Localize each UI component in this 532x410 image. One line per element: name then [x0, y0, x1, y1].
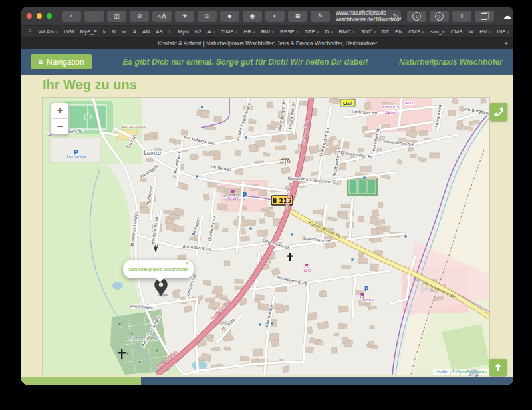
font-size-button[interactable]: AA — [152, 11, 172, 22]
site-header: ≡ Navigation Es gibt Dich nur einmal. So… — [21, 49, 513, 75]
bookmark-item[interactable]: AS — [156, 29, 163, 35]
sidebar-icon: ◫ — [114, 11, 120, 22]
address-bar[interactable]: www.naturheilpraxis-wischhoefer.de/18kon… — [336, 10, 401, 22]
sidebar-button[interactable]: ◫ — [107, 11, 126, 22]
font-small-icon: A — [158, 11, 161, 22]
bus-stop-marker — [291, 233, 293, 235]
download-icon: ↓ — [412, 12, 421, 21]
info-extension-button[interactable]: ⊙ — [198, 11, 217, 22]
footer-blue-segment — [141, 377, 513, 385]
zoom-out-button[interactable]: − — [51, 119, 68, 134]
blocker-icon: ⊘ — [137, 11, 142, 22]
cloud-button[interactable]: ☁ — [497, 11, 513, 22]
scroll-to-top-button[interactable] — [489, 359, 507, 376]
minimize-window-button[interactable] — [37, 13, 42, 19]
content-blocker-button[interactable]: ⊘ — [130, 11, 149, 22]
expand-button[interactable]: ⊞ — [288, 11, 307, 22]
bookmark-item[interactable]: A∨ — [207, 29, 215, 35]
bookmark-item[interactable]: CMS — [451, 29, 463, 35]
info-icon: ⊙ — [205, 11, 210, 22]
tabs-icon — [481, 13, 487, 20]
bookmark-item[interactable]: MyF_E — [80, 29, 97, 35]
dark-mode-button[interactable]: ◐ — [265, 11, 285, 22]
bookmark-item[interactable]: TIMP∨ — [221, 29, 237, 35]
bookmark-item[interactable]: N2 — [195, 29, 201, 35]
ghost-icon: ☻ — [227, 11, 233, 22]
bookmark-item[interactable]: stm_a — [430, 29, 445, 35]
bookmark-item[interactable]: DTP∨ — [305, 29, 319, 35]
openstreetmap-link[interactable]: OpenStreetMap — [456, 369, 487, 374]
dropdown-icon: ∨ — [271, 30, 274, 34]
forward-icon: › — [93, 11, 95, 22]
reading-list-button[interactable]: ▷ — [430, 11, 449, 22]
bookmark-item[interactable]: 360°∨ — [361, 29, 376, 35]
bus-stop-marker — [245, 136, 247, 138]
map-label: ALDI — [405, 101, 414, 105]
adblock-extension-button[interactable]: ◉ — [243, 11, 262, 22]
bookmark-item[interactable]: DT — [382, 29, 389, 35]
site-tagline: Es gibt Dich nur einmal. Sorge gut für D… — [92, 57, 399, 67]
dropdown-icon: ∨ — [422, 30, 424, 34]
hamburger-icon: ≡ — [38, 57, 43, 67]
share-button[interactable]: ⇧ — [452, 11, 471, 22]
parking-icon-rewe: P — [243, 192, 247, 198]
leaflet-link[interactable]: Leaflet — [436, 369, 449, 374]
bookmark-item[interactable]: HV∨ — [479, 29, 491, 35]
dropdown-icon: ∨ — [55, 30, 58, 34]
tab-overview-button[interactable] — [475, 11, 494, 22]
map-label: Leintor — [144, 150, 164, 156]
map-label: NEO — [302, 268, 311, 272]
close-window-button[interactable] — [27, 13, 32, 19]
bookmark-item[interactable]: WLAN∨ — [39, 29, 58, 35]
bus-stop-marker — [196, 175, 198, 177]
map-label: Lidl — [343, 101, 352, 106]
bus-stop-marker — [249, 227, 251, 229]
back-button[interactable]: ‹ — [62, 11, 81, 22]
compose-button[interactable]: ✎ — [311, 11, 330, 22]
bookmarks-grid-icon[interactable]: ⠿ — [28, 29, 32, 35]
bookmark-item[interactable]: W — [469, 29, 474, 35]
map[interactable]: B 215 P P P P — [43, 98, 489, 375]
contrast-icon: ◐ — [273, 11, 277, 22]
back-icon: ‹ — [70, 11, 72, 22]
forward-button[interactable]: › — [84, 11, 104, 22]
popup-close-button[interactable]: × — [186, 261, 189, 266]
phone-contact-button[interactable] — [490, 102, 507, 121]
bookmark-item[interactable]: RW∨ — [261, 29, 274, 35]
navigation-menu-button[interactable]: ≡ Navigation — [31, 54, 92, 69]
new-tab-button[interactable]: + — [504, 40, 508, 47]
bookmark-item[interactable]: CMS∨ — [408, 29, 424, 35]
map-label: FUNDUS — [382, 104, 399, 109]
active-tab[interactable]: Kontakt & Anfahrt | Naturheilpraxis Wisc… — [158, 40, 377, 47]
bookmark-item[interactable]: BN — [395, 29, 402, 35]
bus-stop-marker — [271, 322, 273, 324]
ghost-extension-button[interactable]: ☻ — [220, 11, 239, 22]
zoom-window-button[interactable] — [47, 13, 52, 19]
bookmark-item[interactable]: AN — [142, 29, 150, 35]
dropdown-icon: ∨ — [488, 30, 491, 34]
bookmark-item[interactable]: wt — [122, 29, 127, 35]
bookmark-item[interactable]: L — [169, 29, 172, 35]
zoom-in-button[interactable]: + — [51, 103, 68, 119]
bookmark-item[interactable]: LVM — [64, 29, 74, 35]
marker-shadow — [158, 294, 168, 297]
bookmark-item[interactable]: RESP∨ — [280, 29, 299, 35]
footer-green-segment — [21, 377, 141, 385]
map-attribution: Leaflet | © OpenStreetMap — [433, 369, 489, 375]
bookmark-item[interactable]: N — [112, 29, 116, 35]
browser-toolbar: ‹ › ◫ ⊘ AA ☀ ⊙ ☻ ◉ ◐ ⊞ ✎ www.naturheilpr… — [21, 7, 513, 26]
bookmark-item[interactable]: k — [103, 29, 106, 35]
bookmark-item[interactable]: HB∨ — [244, 29, 255, 35]
bookmark-item[interactable]: RMC∨ — [339, 29, 355, 35]
refresh-icon[interactable]: ↻ — [393, 13, 398, 19]
dropdown-icon: ∨ — [212, 30, 215, 34]
bookmark-item[interactable]: D∨ — [325, 29, 333, 35]
downloads-button[interactable]: ↓ — [407, 11, 426, 22]
bookmark-item[interactable]: A — [133, 29, 136, 35]
bookmark-item[interactable]: MyN — [178, 29, 188, 35]
bookmark-item[interactable]: INF∨ — [497, 29, 509, 35]
map-label: Depot — [385, 110, 398, 115]
tab-bar: Kontakt & Anfahrt | Naturheilpraxis Wisc… — [21, 38, 513, 49]
brightness-button[interactable]: ☀ — [175, 11, 194, 22]
map-label: Penny — [362, 297, 374, 302]
